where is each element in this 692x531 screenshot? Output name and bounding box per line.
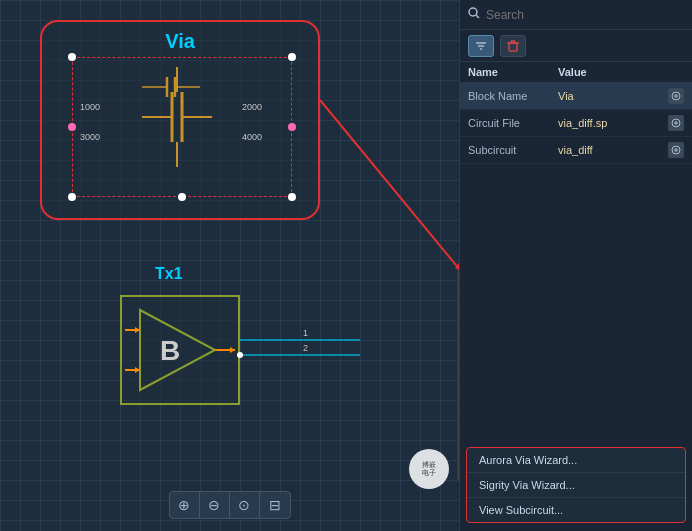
trash-icon bbox=[506, 39, 520, 53]
search-icon bbox=[468, 7, 480, 22]
props-header: Name Value bbox=[460, 62, 692, 83]
port-dot-tl bbox=[68, 53, 76, 61]
watermark-text: 搏嵌电子 bbox=[422, 461, 436, 478]
port-label-3000: 3000 bbox=[80, 132, 100, 142]
properties-table: Name Value Block Name Via Circuit File v… bbox=[460, 62, 692, 253]
port-label-2000: 2000 bbox=[242, 102, 262, 112]
right-panel: Name Value Block Name Via Circuit File v… bbox=[459, 0, 692, 531]
table-row[interactable]: Subcircuit via_diff bbox=[460, 137, 692, 164]
prop-icon-0[interactable] bbox=[668, 88, 684, 104]
port-dot-br bbox=[288, 193, 296, 201]
port-dot-bc bbox=[178, 193, 186, 201]
svg-text:2: 2 bbox=[303, 343, 308, 353]
svg-marker-17 bbox=[230, 347, 235, 353]
context-menu-item-view[interactable]: View Subcircuit... bbox=[467, 498, 685, 522]
buffer-svg: B bbox=[125, 300, 235, 400]
zoom-out-button[interactable]: ⊖ bbox=[200, 492, 230, 518]
prop-value-0: Via bbox=[558, 90, 668, 102]
prop-icon-1[interactable] bbox=[668, 115, 684, 131]
prop-name-2: Subcircuit bbox=[468, 144, 558, 156]
svg-line-23 bbox=[320, 100, 459, 270]
tx1-label: Tx1 bbox=[155, 265, 183, 283]
prop-name-0: Block Name bbox=[468, 90, 558, 102]
tab-delete[interactable] bbox=[500, 35, 526, 57]
prop-icon-2[interactable] bbox=[668, 142, 684, 158]
via-label: Via bbox=[165, 30, 195, 53]
port-label-1000: 1000 bbox=[80, 102, 100, 112]
port-dot-ml bbox=[68, 123, 76, 131]
search-bar bbox=[460, 0, 692, 30]
context-menu-item-aurora[interactable]: Aurora Via Wizard... bbox=[467, 448, 685, 473]
filter-icon bbox=[474, 39, 488, 53]
svg-text:B: B bbox=[160, 335, 180, 366]
zoom-controls: ⊕ ⊖ ⊙ ⊟ bbox=[169, 491, 291, 519]
zoom-in-button[interactable]: ⊕ bbox=[170, 492, 200, 518]
table-row[interactable]: Block Name Via bbox=[460, 83, 692, 110]
table-row[interactable]: Circuit File via_diff.sp bbox=[460, 110, 692, 137]
panel-spacer bbox=[460, 253, 692, 444]
tabs-row bbox=[460, 30, 692, 62]
svg-point-26 bbox=[469, 8, 477, 16]
prop-value-1: via_diff.sp bbox=[558, 117, 668, 129]
via-component[interactable]: Via 1000 2000 3000 4000 bbox=[40, 20, 320, 220]
zoom-selection-button[interactable]: ⊟ bbox=[260, 492, 290, 518]
context-menu: Aurora Via Wizard... Sigrity Via Wizard.… bbox=[466, 447, 686, 523]
port-dot-bl bbox=[68, 193, 76, 201]
zoom-fit-button[interactable]: ⊙ bbox=[230, 492, 260, 518]
watermark: 搏嵌电子 bbox=[409, 449, 449, 489]
prop-value-2: via_diff bbox=[558, 144, 668, 156]
edit-icon bbox=[671, 91, 681, 101]
context-menu-item-sigrity[interactable]: Sigrity Via Wizard... bbox=[467, 473, 685, 498]
canvas-area[interactable]: Via 1000 2000 3000 4000 bbox=[0, 0, 459, 531]
header-name: Name bbox=[468, 66, 558, 78]
tab-filter[interactable] bbox=[468, 35, 494, 57]
view-icon bbox=[671, 145, 681, 155]
port-label-4000: 4000 bbox=[242, 132, 262, 142]
buffer-symbol: B bbox=[122, 297, 238, 403]
header-value: Value bbox=[558, 66, 587, 78]
prop-name-1: Circuit File bbox=[468, 117, 558, 129]
svg-rect-31 bbox=[509, 43, 517, 51]
search-input[interactable] bbox=[486, 8, 684, 22]
svg-text:1: 1 bbox=[303, 328, 308, 338]
port-dot-mr bbox=[288, 123, 296, 131]
link-icon bbox=[671, 118, 681, 128]
via-capacitor-symbol bbox=[142, 67, 222, 167]
port-dot-tr bbox=[288, 53, 296, 61]
svg-marker-24 bbox=[455, 263, 459, 272]
tx1-component[interactable]: B bbox=[120, 295, 240, 405]
svg-line-27 bbox=[476, 15, 479, 18]
